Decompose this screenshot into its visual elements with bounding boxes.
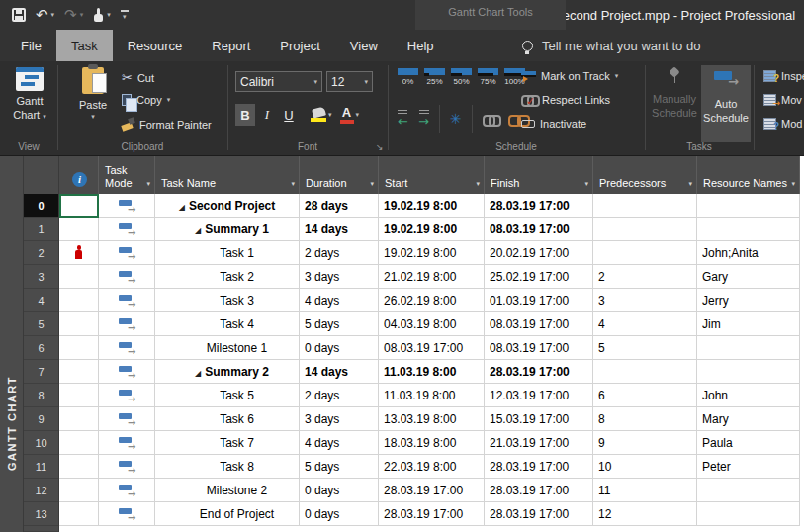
- predecessors-filter-icon[interactable]: ▾: [688, 180, 692, 188]
- column-header-duration[interactable]: Duration▾: [300, 156, 379, 194]
- inspect-task-button[interactable]: ? Inspe: [763, 70, 804, 82]
- row-number[interactable]: 8: [24, 384, 59, 407]
- finish-cell[interactable]: 28.03.19 17:00: [485, 502, 593, 526]
- duration-cell[interactable]: 4 days: [300, 431, 379, 455]
- indent-task-button[interactable]: →: [418, 110, 429, 128]
- start-cell[interactable]: 28.03.19 17:00: [379, 479, 485, 502]
- finish-cell[interactable]: 08.03.19 17:00: [485, 336, 593, 360]
- underline-button[interactable]: U: [279, 104, 299, 126]
- row-number[interactable]: 13: [24, 502, 59, 526]
- task-name-cell[interactable]: ◢Summary 2: [155, 360, 300, 384]
- indicators-cell[interactable]: [59, 241, 99, 265]
- tab-report[interactable]: Report: [197, 30, 265, 61]
- paste-dropdown-icon[interactable]: ▾: [91, 113, 95, 122]
- row-number[interactable]: 4: [24, 289, 59, 312]
- task-mode-cell[interactable]: [99, 431, 155, 455]
- finish-cell[interactable]: 28.03.19 17:00: [485, 479, 593, 502]
- task-mode-cell[interactable]: [99, 360, 155, 384]
- undo-dropdown-icon[interactable]: ▾: [51, 11, 55, 19]
- task-name-cell[interactable]: Milestone 1: [155, 336, 300, 360]
- resource-names-cell[interactable]: [697, 502, 800, 526]
- tell-me-box[interactable]: Tell me what you want to do: [522, 30, 700, 61]
- move-task-button[interactable]: → Mov: [763, 94, 802, 106]
- indicators-cell[interactable]: [59, 431, 99, 455]
- background-color-dropdown-icon[interactable]: ▾: [328, 111, 332, 119]
- finish-cell[interactable]: 28.03.19 17:00: [485, 194, 593, 218]
- touch-mouse-mode-button[interactable]: ▾: [93, 8, 111, 22]
- column-header-resource-names[interactable]: Resource Names▾: [697, 156, 800, 194]
- duration-cell[interactable]: 3 days: [300, 265, 379, 289]
- task-name-cell[interactable]: ◢Summary 1: [155, 218, 300, 241]
- undo-button[interactable]: ↶▾: [36, 8, 54, 23]
- indicators-cell[interactable]: [59, 312, 99, 336]
- indicators-cell[interactable]: [59, 360, 99, 384]
- duration-cell[interactable]: 0 days: [300, 479, 379, 502]
- finish-cell[interactable]: 28.03.19 17:00: [485, 360, 593, 384]
- row-number[interactable]: 2: [24, 241, 59, 265]
- start-cell[interactable]: 19.02.19 8:00: [379, 218, 485, 241]
- indicators-cell[interactable]: [59, 336, 99, 360]
- finish-cell[interactable]: 08.03.19 17:00: [485, 218, 593, 241]
- task-name-cell[interactable]: ◢Second Project: [155, 194, 300, 218]
- task-name-cell[interactable]: Task 7: [155, 431, 300, 455]
- finish-cell[interactable]: 25.02.19 17:00: [485, 265, 593, 289]
- outdent-task-button[interactable]: ←: [398, 110, 408, 128]
- task-mode-cell[interactable]: [99, 194, 155, 218]
- font-color-button[interactable]: A: [340, 106, 354, 124]
- bold-button[interactable]: B: [235, 104, 255, 126]
- finish-cell[interactable]: 28.03.19 17:00: [485, 455, 593, 479]
- start-cell[interactable]: 11.03.19 8:00: [379, 360, 485, 384]
- start-cell[interactable]: 08.03.19 17:00: [379, 336, 485, 360]
- resource-names-cell[interactable]: Jim: [697, 312, 800, 336]
- resource-names-cell[interactable]: Mary: [697, 407, 800, 431]
- resource-names-cell[interactable]: Peter: [697, 455, 800, 479]
- background-color-button[interactable]: [311, 108, 326, 122]
- predecessors-cell[interactable]: 9: [593, 431, 697, 455]
- duration-cell[interactable]: 14 days: [300, 218, 379, 241]
- task-mode-filter-icon[interactable]: ▾: [146, 180, 150, 188]
- collapse-triangle-icon[interactable]: ◢: [195, 369, 201, 378]
- column-header-task-mode[interactable]: Task Mode▾: [99, 156, 155, 194]
- start-cell[interactable]: 18.03.19 8:00: [379, 431, 485, 455]
- touch-mode-dropdown-icon[interactable]: ▾: [107, 11, 111, 19]
- resource-names-cell[interactable]: John: [697, 384, 800, 407]
- customize-qat-button[interactable]: ▾: [121, 10, 129, 21]
- tab-resource[interactable]: Resource: [113, 30, 198, 61]
- percent-complete-25-button[interactable]: 25%: [421, 68, 448, 86]
- row-number[interactable]: 1: [24, 218, 59, 241]
- duration-cell[interactable]: 5 days: [300, 455, 379, 479]
- inactivate-button[interactable]: Inactivate: [521, 118, 586, 130]
- percent-complete-0-button[interactable]: 0%: [395, 68, 421, 86]
- task-mode-cell[interactable]: [99, 479, 155, 502]
- duration-filter-icon[interactable]: ▾: [370, 180, 374, 188]
- start-cell[interactable]: 26.02.19 8:00: [379, 289, 485, 312]
- font-family-combo[interactable]: Calibri ▾: [235, 71, 322, 92]
- finish-cell[interactable]: 12.03.19 17:00: [485, 384, 593, 407]
- tab-file[interactable]: File: [6, 30, 56, 61]
- active-view-bar[interactable]: GANTT CHART: [0, 156, 24, 532]
- finish-filter-icon[interactable]: ▾: [584, 180, 588, 188]
- tab-task[interactable]: Task: [56, 30, 113, 61]
- indicators-cell[interactable]: [59, 218, 99, 241]
- resource-names-cell[interactable]: [697, 360, 800, 384]
- auto-schedule-button[interactable]: Auto Schedule: [701, 65, 751, 142]
- mark-on-track-button[interactable]: Mark on Track ▾: [521, 70, 618, 82]
- row-number[interactable]: 7: [24, 360, 59, 384]
- column-header-start[interactable]: Start▾: [379, 156, 485, 194]
- redo-button[interactable]: ↷▾: [64, 8, 83, 23]
- column-header-task-name[interactable]: Task Name▾: [155, 156, 300, 194]
- link-tasks-button[interactable]: [483, 115, 498, 124]
- column-header-indicators[interactable]: i: [59, 156, 99, 194]
- tab-help[interactable]: Help: [393, 30, 449, 61]
- resource-names-cell[interactable]: [697, 194, 800, 218]
- indicators-cell[interactable]: [59, 265, 99, 289]
- predecessors-cell[interactable]: [593, 360, 697, 384]
- start-cell[interactable]: 19.02.19 8:00: [379, 194, 485, 218]
- format-painter-button[interactable]: Format Painter: [122, 118, 212, 131]
- predecessors-cell[interactable]: 12: [593, 502, 697, 526]
- cut-button[interactable]: ✂ Cut: [122, 70, 154, 85]
- row-number[interactable]: 11: [24, 455, 59, 479]
- task-mode-cell[interactable]: [99, 407, 155, 431]
- indicators-cell[interactable]: [59, 502, 99, 526]
- row-number[interactable]: 10: [24, 431, 59, 455]
